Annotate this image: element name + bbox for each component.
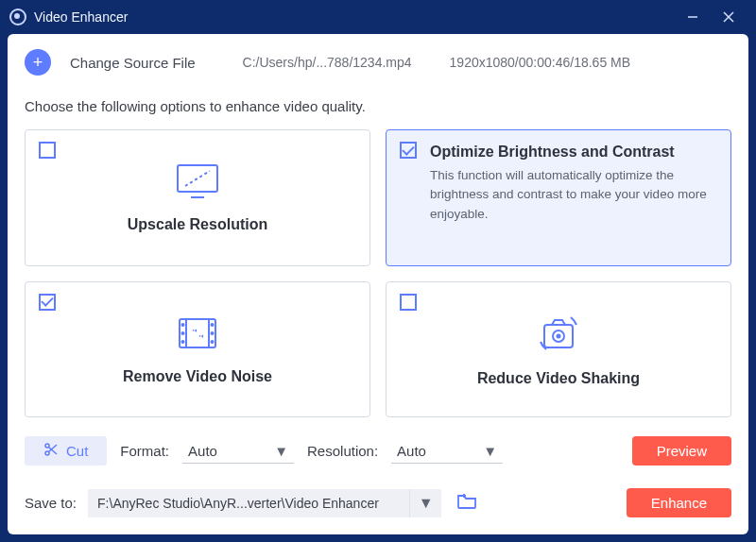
resolution-select[interactable]: Auto ▼ (391, 439, 503, 464)
cut-button[interactable]: Cut (25, 436, 107, 466)
svg-point-11 (182, 341, 184, 343)
scissors-icon (43, 442, 59, 460)
option-upscale-title: Upscale Resolution (128, 216, 267, 233)
option-optimize-title: Optimize Brightness and Contrast (430, 144, 675, 161)
app-icon (9, 8, 26, 25)
svg-point-13 (212, 332, 214, 334)
option-upscale-checkbox[interactable] (39, 142, 56, 159)
svg-rect-3 (178, 165, 217, 192)
option-deshake-title: Reduce Video Shaking (477, 370, 640, 387)
option-denoise[interactable]: Remove Video Noise (25, 281, 370, 418)
chevron-down-icon: ▼ (483, 443, 497, 459)
close-button[interactable] (711, 0, 747, 34)
svg-point-14 (212, 341, 214, 343)
save-row: Save to: ▼ Enhance (25, 466, 731, 517)
option-denoise-checkbox[interactable] (39, 294, 56, 311)
option-optimize-desc: This function will automatically optimiz… (430, 166, 715, 224)
svg-line-4 (185, 171, 210, 186)
option-upscale[interactable]: Upscale Resolution (25, 129, 370, 266)
add-file-button[interactable]: + (25, 49, 51, 76)
plus-icon: + (33, 53, 43, 73)
save-to-label: Save to: (25, 495, 77, 511)
svg-point-19 (558, 334, 560, 337)
film-icon (172, 313, 223, 357)
source-path: C:/Users/hp/...788/1234.mp4 (243, 55, 412, 70)
option-optimize[interactable]: Optimize Brightness and Contrast This fu… (386, 129, 731, 266)
svg-point-20 (45, 444, 49, 448)
camera-icon (533, 312, 584, 359)
chevron-down-icon: ▼ (274, 443, 288, 459)
titlebar: Video Enhancer (0, 0, 756, 34)
save-path-input[interactable] (88, 489, 409, 517)
option-deshake[interactable]: Reduce Video Shaking (386, 281, 731, 418)
resolution-value: Auto (397, 443, 426, 459)
cut-label: Cut (66, 443, 88, 459)
open-folder-button[interactable] (453, 489, 481, 517)
app-window: Video Enhancer + Change Source File C:/U… (0, 0, 756, 542)
app-title: Video Enhancer (34, 9, 128, 25)
svg-point-16 (200, 335, 202, 337)
option-optimize-checkbox[interactable] (400, 142, 417, 159)
instruction-text: Choose the following options to enhance … (25, 89, 731, 129)
option-denoise-title: Remove Video Noise (123, 368, 272, 385)
options-grid: Upscale Resolution Optimize Brightness a… (25, 129, 731, 417)
controls-row: Cut Format: Auto ▼ Resolution: Auto ▼ Pr… (25, 417, 731, 466)
svg-point-9 (182, 324, 184, 326)
save-path-dropdown[interactable]: ▼ (409, 489, 441, 517)
format-value: Auto (188, 443, 217, 459)
chevron-down-icon: ▼ (419, 495, 434, 512)
format-label: Format: (120, 443, 169, 459)
folder-icon (456, 493, 477, 510)
svg-rect-6 (180, 319, 215, 347)
save-path-box: ▼ (88, 489, 441, 517)
svg-point-10 (182, 332, 184, 334)
svg-point-15 (194, 330, 196, 331)
change-source-link[interactable]: Change Source File (70, 55, 196, 71)
enhance-button[interactable]: Enhance (627, 488, 731, 517)
source-row: + Change Source File C:/Users/hp/...788/… (25, 47, 731, 89)
svg-point-12 (212, 324, 214, 326)
minimize-button[interactable] (675, 0, 711, 34)
source-metadata: 1920x1080/00:00:46/18.65 MB (450, 55, 631, 70)
main-panel: + Change Source File C:/Users/hp/...788/… (8, 34, 748, 534)
monitor-icon (172, 161, 223, 205)
svg-point-21 (45, 451, 49, 455)
preview-button[interactable]: Preview (632, 436, 731, 466)
format-select[interactable]: Auto ▼ (182, 439, 294, 464)
option-deshake-checkbox[interactable] (400, 294, 417, 311)
resolution-label: Resolution: (307, 443, 378, 459)
